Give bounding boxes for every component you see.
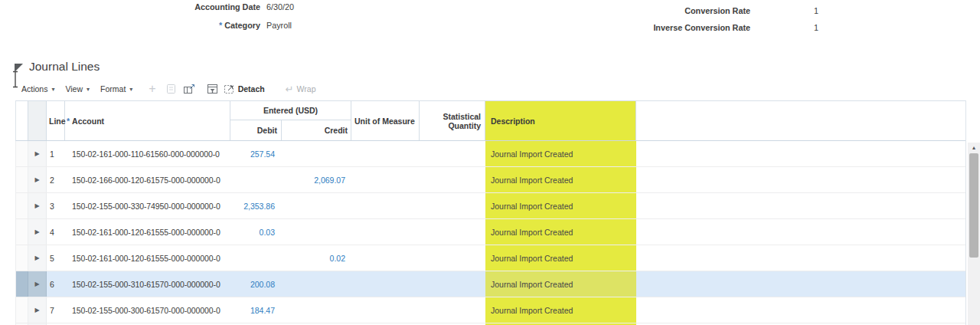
required-asterisk: * [219,21,222,30]
detach-label: Detach [238,84,265,94]
row-selector-cell[interactable] [16,193,28,218]
expand-row-icon: ▶ [34,228,39,235]
cell-account: 150-02-161-000-120-61555-000-000000-0 [65,245,230,271]
conversion-rate-label: Conversion Rate [582,6,750,15]
column-header-credit[interactable]: Credit [282,120,351,140]
cell-description: Journal Import Created [485,193,636,218]
cell-account: 150-02-155-000-300-61570-000-000000-0 [65,297,230,323]
cell-account: 150-02-155-000-330-74950-000-000000-0 [65,193,230,218]
duplicate-icon[interactable] [166,84,176,94]
cell-description: Journal Import Created [485,141,636,166]
table-body: ▶ 1 150-02-161-000-110-61560-000-000000-… [15,141,965,325]
expand-cell[interactable]: ▶ [28,245,47,271]
cell-line: 5 [47,245,65,271]
table-row[interactable]: ▶ 3 150-02-155-000-330-74950-000-000000-… [16,193,965,219]
category-label: *Category [92,21,260,30]
table-row[interactable]: ▶ 1 150-02-161-000-110-61560-000-000000-… [16,141,965,167]
cell-debit [230,245,282,271]
column-header-description[interactable]: Description [485,101,636,140]
row-selector-cell[interactable] [16,297,28,323]
cell-unit-of-measure [351,297,420,323]
cell-statistical-quantity [420,219,485,245]
header-filler [636,101,965,140]
freeze-icon[interactable] [183,84,196,94]
vertical-scrollbar[interactable]: ▴ [968,143,980,325]
cell-description: Journal Import Created [485,245,636,271]
cell-credit [282,297,351,323]
cell-unit-of-measure [351,219,420,245]
cell-unit-of-measure [351,271,420,297]
scrollbar-thumb[interactable] [969,153,978,258]
header-row-selector [16,101,28,140]
journal-lines-table: Line *Account Entered (USD) Debit Credit… [15,100,966,325]
row-selector-cell[interactable] [16,219,28,245]
table-row-selected[interactable]: ▶ 6 150-02-155-000-310-61570-000-000000-… [16,271,965,297]
cell-line: 4 [47,219,65,245]
actions-menu[interactable]: Actions▾ [21,84,54,94]
add-row-icon[interactable]: + [149,84,155,94]
cell-credit [282,219,351,245]
table-row[interactable]: ▶ 7 150-02-155-000-300-61570-000-000000-… [16,297,965,323]
expand-row-icon: ▶ [34,281,39,287]
cell-line: 6 [47,271,65,297]
header-expand-column [28,101,47,140]
column-header-line[interactable]: Line [47,101,65,140]
journal-lines-section-header: Journal Lines [14,60,100,74]
column-header-debit[interactable]: Debit [230,120,282,140]
expand-cell[interactable]: ▶ [28,219,47,245]
cell-debit: 2,353.86 [230,193,282,218]
row-selector-cell[interactable] [16,245,28,271]
chevron-down-icon: ▾ [51,86,54,93]
cell-account: 150-02-161-000-120-61555-000-000000-0 [65,219,230,245]
cell-statistical-quantity [420,193,485,218]
scroll-up-icon[interactable]: ▴ [968,143,980,153]
query-by-example-icon[interactable] [207,84,218,94]
accounting-date-label: Accounting Date [92,2,260,11]
cell-unit-of-measure [351,141,420,166]
column-header-account[interactable]: *Account [65,101,230,140]
detach-icon [224,84,235,94]
cell-statistical-quantity [420,297,485,323]
cell-credit [282,141,351,166]
expand-cell[interactable]: ▶ [28,271,47,297]
cell-debit: 200.08 [230,271,282,297]
wrap-icon: ↵ [286,84,294,95]
cell-line: 1 [47,141,65,166]
cell-debit: 184.47 [230,297,282,323]
journal-page: Accounting Date 6/30/20 *Category Payrol… [0,0,980,325]
expand-cell[interactable]: ▶ [28,297,47,323]
row-selector-cell[interactable] [16,141,28,166]
expand-row-icon: ▶ [34,254,39,261]
column-header-unit-of-measure[interactable]: Unit of Measure [351,101,420,140]
column-header-statistical-quantity[interactable]: Statistical Quantity [420,101,485,140]
view-menu[interactable]: View▾ [65,84,90,94]
table-row[interactable]: ▶ 4 150-02-161-000-120-61555-000-000000-… [16,219,965,245]
expand-cell[interactable]: ▶ [28,167,47,192]
expand-cell[interactable]: ▶ [28,193,47,218]
cell-statistical-quantity [420,167,485,192]
chevron-down-icon: ▾ [87,86,90,93]
cell-line: 2 [47,167,65,192]
cell-account: 150-02-166-000-120-61575-000-000000-0 [65,167,230,192]
detach-button[interactable]: Detach [224,84,265,94]
cell-description: Journal Import Created [485,297,636,323]
text-cursor [11,71,19,88]
cell-credit [282,271,351,297]
table-row[interactable]: ▶ 2 150-02-166-000-120-61575-000-000000-… [16,167,965,193]
wrap-label: Wrap [297,84,316,94]
column-group-entered-usd: Entered (USD) Debit Credit [230,101,351,140]
row-selector-cell[interactable] [16,167,28,192]
row-selector-cell[interactable] [16,271,28,297]
journal-lines-toolbar: Actions▾ View▾ Format▾ + Detach [21,81,316,97]
accounting-date-value: 6/30/20 [266,2,294,11]
cell-unit-of-measure [351,193,420,218]
wrap-button[interactable]: ↵ Wrap [286,84,316,95]
cell-debit [230,167,282,192]
table-row[interactable]: ▶ 5 150-02-161-000-120-61555-000-000000-… [16,245,965,271]
cell-account: 150-02-161-000-110-61560-000-000000-0 [65,141,230,166]
cell-credit: 0.02 [282,245,351,271]
expand-row-icon: ▶ [34,176,39,183]
format-menu[interactable]: Format▾ [100,84,132,94]
expand-cell[interactable]: ▶ [28,141,47,166]
column-header-entered-usd[interactable]: Entered (USD) [230,101,351,120]
